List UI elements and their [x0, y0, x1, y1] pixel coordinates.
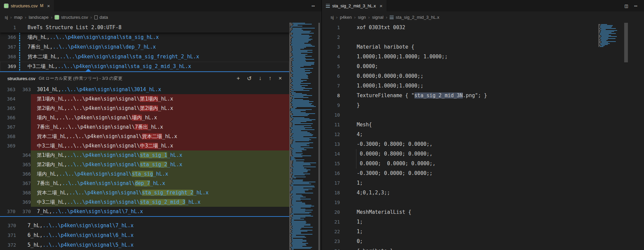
line-number[interactable]: 1	[322, 23, 340, 33]
code-line[interactable]: 2	[322, 33, 611, 42]
breadcrumb-item[interactable]: sj	[5, 15, 8, 20]
code-line[interactable]: 368貨本二場_hL,..\..\p4ken\sign\signal\sta_s…	[0, 52, 289, 62]
more-actions-icon[interactable]: ⋯	[311, 3, 315, 9]
breadcrumb-item[interactable]: sta_sig_2_mid_3_hL.x	[396, 15, 439, 20]
code-line[interactable]: 14 0.0000; 0.8000; 0.0000;,	[322, 149, 611, 159]
breadcrumb-item[interactable]: signal	[372, 15, 384, 20]
line-number[interactable]: 23	[322, 237, 340, 246]
diff-line[interactable]: 364第1場内_hL,..\..\p4ken\sign\signal\第1場内_…	[0, 94, 289, 104]
line-number[interactable]: 367	[0, 42, 16, 52]
code-line[interactable]: 16-0.3000; 0.0000; 0.0000;;	[322, 169, 611, 178]
close-icon[interactable]: ×	[279, 75, 282, 82]
code-line[interactable]: 3677番出_hL,..\..\p4ken\sign\signal\dep_7_…	[0, 42, 289, 52]
diff-line[interactable]: 3703707_hL,..\..\p4ken\sign\signal\7_hL.…	[0, 207, 289, 216]
breadcrumb-item[interactable]: landscape	[29, 15, 48, 20]
breadcrumb-item[interactable]: structures.csv	[61, 15, 88, 20]
breadcrumb-item[interactable]: map	[14, 15, 22, 20]
line-number[interactable]: 366	[0, 33, 16, 42]
more-actions-icon[interactable]: ⋯	[634, 3, 637, 9]
code-line[interactable]: 15 0.0000; 0.0000; 0.0000;,	[322, 159, 611, 169]
diff-line[interactable]: 365第2場内_hL,..\..\p4ken\sign\signal\第2場内_…	[0, 104, 289, 113]
line-number[interactable]: 6	[322, 71, 340, 81]
code-line[interactable]: 24{ haribote }	[322, 246, 611, 250]
next-change-icon[interactable]: ↓	[259, 75, 262, 82]
code-line[interactable]: 50.0000;	[322, 62, 611, 71]
line-number[interactable]: 368	[0, 52, 16, 62]
diff-line[interactable]: 3677番出_hL,..\..\p4ken\sign\signal\7番出_hL…	[0, 122, 289, 132]
line-number[interactable]: 21	[322, 217, 340, 227]
line-number[interactable]: 17	[322, 178, 340, 188]
code-line[interactable]: 184;0,1,2,3;;	[322, 188, 611, 198]
minimap[interactable]	[598, 24, 623, 51]
code-line[interactable]: 366場内_hL,..\..\p4ken\sign\signal\sta_sig…	[0, 33, 289, 42]
code-line[interactable]: 10	[322, 110, 611, 120]
diff-line[interactable]: 366場内_hL,..\..\p4ken\sign\signal\sta_sig…	[0, 169, 289, 179]
code-line[interactable]: 171;	[322, 178, 611, 188]
diff-line[interactable]: 3677番出_hL,..\..\p4ken\sign\signal\dep_7_…	[0, 179, 289, 188]
code-line[interactable]: 13-0.3000; 0.8000; 0.0000;,	[322, 139, 611, 149]
line-number[interactable]: 2	[322, 33, 340, 42]
code-line[interactable]: 8TextureFilename { "sta_sig_2_mid_3N.png…	[322, 91, 611, 101]
code-line[interactable]: 20MeshMaterialList {	[322, 207, 611, 217]
breadcrumb-item[interactable]: sj	[331, 15, 334, 20]
split-editor-icon[interactable]: ◫	[625, 3, 628, 9]
line-number[interactable]: 371	[0, 231, 16, 240]
diff-line[interactable]: 369中3二場_hL,..\..\p4ken\sign\signal\中3二場_…	[0, 141, 289, 150]
close-icon[interactable]: ×	[47, 3, 50, 9]
line-number[interactable]: 19	[322, 198, 340, 207]
code-line[interactable]: 3707_hL,..\..\p4ken\sign\signal\7_hL.x	[0, 221, 289, 231]
line-number[interactable]: 22	[322, 227, 340, 237]
code-line[interactable]: 124;	[322, 130, 611, 139]
line-number[interactable]: 11	[322, 120, 340, 130]
diff-line[interactable]: 369中3二場_hL,..\..\p4ken\sign\signal\sta_s…	[0, 197, 289, 207]
line-number[interactable]: 8	[322, 91, 340, 101]
sticky-code-line[interactable]: 1 BveTs Structure List 2.00:UTF-8	[0, 23, 289, 33]
code-line[interactable]: 221;	[322, 227, 611, 237]
breadcrumb-item[interactable]: data	[100, 15, 108, 20]
line-number[interactable]: 15	[322, 159, 340, 169]
code-line[interactable]: 71.0000;1.0000;1.0000;;	[322, 81, 611, 91]
code-line[interactable]: 41.0000;1.0000;1.0000; 1.0000;;	[322, 52, 611, 62]
code-line[interactable]: 3725_hL,..\..\p4ken\sign\signal\5_hL.x	[0, 240, 289, 250]
line-number[interactable]: 7	[322, 81, 340, 91]
code-line[interactable]: 3716_hL,..\..\p4ken\sign\signal\6_hL.x	[0, 231, 289, 240]
code-line[interactable]: 211;	[322, 217, 611, 227]
line-number[interactable]: 4	[322, 52, 340, 62]
line-number[interactable]: 9	[322, 101, 340, 110]
code-line[interactable]: 11Mesh{	[322, 120, 611, 130]
line-number[interactable]: 14	[322, 149, 340, 159]
tab-sta-sig-2-mid-3[interactable]: sta_sig_2_mid_3_hL.x ×	[322, 0, 387, 11]
close-icon[interactable]: ×	[380, 3, 383, 9]
previous-change-icon[interactable]: ↑	[269, 75, 272, 82]
code-line[interactable]: 1xof 0303txt 0032	[322, 23, 611, 33]
line-number[interactable]: 370	[0, 221, 16, 231]
scrollbar[interactable]	[318, 23, 320, 250]
line-number[interactable]: 1	[0, 23, 16, 33]
stage-change-icon[interactable]: +	[237, 75, 240, 82]
breadcrumb-item[interactable]: p4ken	[340, 15, 352, 20]
line-number[interactable]: 369	[0, 62, 16, 71]
line-number[interactable]: 3	[322, 42, 340, 52]
diff-line[interactable]: 366場内_hL,..\..\p4ken\sign\signal\場内_hL.x	[0, 113, 289, 122]
diff-line[interactable]: 368貨本二場_hL,..\..\p4ken\sign\signal\sta_s…	[0, 188, 289, 197]
diff-line[interactable]: 3633633014_hL,..\..\p4ken\sign\signal\30…	[0, 85, 289, 94]
line-number[interactable]: 16	[322, 169, 340, 178]
code-line[interactable]: 230;	[322, 237, 611, 246]
breadcrumb-item[interactable]: sign	[358, 15, 366, 20]
revert-change-icon[interactable]: ↺	[247, 75, 252, 82]
minimap[interactable]	[289, 23, 317, 250]
code-line[interactable]: 19	[322, 198, 611, 207]
line-number[interactable]: 12	[322, 130, 340, 139]
line-number[interactable]: 20	[322, 207, 340, 217]
line-number[interactable]: 10	[322, 110, 340, 120]
code-line[interactable]: 9}	[322, 101, 611, 110]
tab-structures-csv[interactable]: structures.csv M ×	[0, 0, 54, 11]
code-line[interactable]: 3Material haribote {	[322, 42, 611, 52]
line-number[interactable]: 13	[322, 139, 340, 149]
diff-line[interactable]: 365第2場内_hL,..\..\p4ken\sign\signal\sta_s…	[0, 160, 289, 169]
line-number[interactable]: 24	[322, 246, 340, 250]
code-line[interactable]: 60.0000;0.0000;0.0000;;	[322, 71, 611, 81]
line-number[interactable]: 372	[0, 240, 16, 250]
diff-line[interactable]: 368貨本二場_hL,..\..\p4ken\sign\signal\貨本二場_…	[0, 132, 289, 141]
line-number[interactable]: 18	[322, 188, 340, 198]
